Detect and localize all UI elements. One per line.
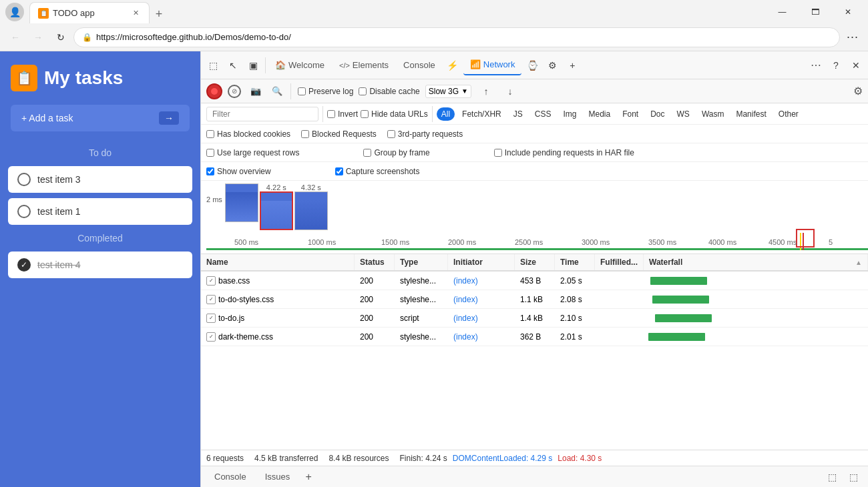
blocked-cookies-input[interactable] xyxy=(206,130,214,138)
third-party-input[interactable] xyxy=(387,130,395,138)
inspect-button[interactable]: ↖ xyxy=(224,56,242,75)
screenshot-thumb-1[interactable] xyxy=(225,183,258,222)
filter-type-font[interactable]: Font xyxy=(618,107,643,121)
performance-icon-btn[interactable]: ⌚ xyxy=(523,56,541,75)
screengrab-button[interactable]: ▣ xyxy=(244,56,262,75)
filter-type-all[interactable]: All xyxy=(437,107,455,121)
list-item[interactable]: test item 3 xyxy=(8,166,192,193)
devtools-more-button[interactable]: ⋯ xyxy=(807,59,825,71)
header-initiator[interactable]: Initiator xyxy=(448,254,515,270)
devtools-close-button[interactable]: ✕ xyxy=(847,56,865,75)
url-bar[interactable]: 🔒 https://microsoftedge.github.io/Demos/… xyxy=(73,27,840,47)
network-settings-icon[interactable]: ⚙ xyxy=(853,85,863,97)
include-pending-input[interactable] xyxy=(494,149,502,157)
close-button[interactable]: ✕ xyxy=(833,1,863,23)
minimize-button[interactable]: — xyxy=(767,1,797,23)
preserve-log-input[interactable] xyxy=(298,87,306,95)
filter-type-manifest[interactable]: Manifest xyxy=(731,107,771,121)
header-waterfall[interactable]: Waterfall ▲ xyxy=(644,254,868,270)
header-time[interactable]: Time xyxy=(555,254,595,270)
blocked-requests-input[interactable] xyxy=(301,130,309,138)
maximize-button[interactable]: 🗖 xyxy=(800,1,830,23)
screenshot-thumb-selected[interactable] xyxy=(260,191,293,230)
hide-data-urls-checkbox[interactable]: Hide data URLs xyxy=(361,109,428,119)
bottom-add-tab-button[interactable]: + xyxy=(300,469,316,485)
invert-checkbox[interactable]: Invert xyxy=(327,109,358,119)
more-tools-btn[interactable]: + xyxy=(563,56,582,75)
application-icon-btn[interactable]: ⚙ xyxy=(543,56,562,75)
third-party-checkbox[interactable]: 3rd-party requests xyxy=(387,129,463,139)
group-by-frame-input[interactable] xyxy=(363,149,371,157)
upload-icon[interactable]: ↑ xyxy=(477,82,495,101)
group-by-frame-checkbox[interactable]: Group by frame xyxy=(363,148,429,157)
throttle-select[interactable]: Slow 3G ▼ xyxy=(425,85,471,98)
table-row[interactable]: ✓ to-do-styles.css 200 styleshe... (inde… xyxy=(201,290,868,309)
record-button[interactable] xyxy=(206,83,222,99)
cell-initiator-1[interactable]: (index) xyxy=(448,272,515,290)
disable-cache-checkbox[interactable]: Disable cache xyxy=(359,87,419,96)
hide-data-urls-input[interactable] xyxy=(361,110,369,118)
header-type[interactable]: Type xyxy=(395,254,448,270)
list-item[interactable]: test item 1 xyxy=(8,198,192,225)
tab-console-bottom[interactable]: Console xyxy=(206,469,254,484)
include-pending-checkbox[interactable]: Include pending requests in HAR file xyxy=(494,148,634,157)
dock-button[interactable]: ⬚ xyxy=(844,468,863,486)
back-button[interactable]: ← xyxy=(5,27,25,47)
blocked-requests-checkbox[interactable]: Blocked Requests xyxy=(301,129,377,139)
filter-type-media[interactable]: Media xyxy=(584,107,615,121)
filter-type-fetch[interactable]: Fetch/XHR xyxy=(457,107,506,121)
forward-button[interactable]: → xyxy=(28,27,48,47)
table-row[interactable]: ✓ dark-theme.css 200 styleshe... (index)… xyxy=(201,328,868,346)
large-rows-input[interactable] xyxy=(206,149,214,157)
header-status[interactable]: Status xyxy=(355,254,395,270)
invert-input[interactable] xyxy=(327,110,335,118)
add-task-button[interactable]: + Add a task → xyxy=(11,105,190,131)
download-icon[interactable]: ↓ xyxy=(501,82,519,101)
preserve-log-checkbox[interactable]: Preserve log xyxy=(298,87,353,96)
header-fulfilled[interactable]: Fulfilled... xyxy=(595,254,644,270)
capture-screenshots-input[interactable] xyxy=(335,167,343,175)
search-icon[interactable]: 🔍 xyxy=(270,85,284,98)
profile-avatar[interactable]: 👤 xyxy=(5,3,24,21)
task-checkbox-1[interactable] xyxy=(17,173,31,186)
tab-network[interactable]: 📶 Network xyxy=(463,55,522,75)
browser-more-button[interactable]: ··· xyxy=(843,27,863,47)
task-checkbox-2[interactable] xyxy=(17,205,31,218)
filter-type-js[interactable]: JS xyxy=(509,107,527,121)
table-row[interactable]: ✓ to-do.js 200 script (index) 1.4 kB 2.1… xyxy=(201,309,868,328)
show-overview-input[interactable] xyxy=(206,167,214,175)
filter-type-doc[interactable]: Doc xyxy=(646,107,669,121)
active-tab[interactable]: 📋 TODO app ✕ xyxy=(29,2,150,23)
device-toggle-button[interactable]: ⬚ xyxy=(204,56,222,75)
tab-issues-bottom[interactable]: Issues xyxy=(257,469,298,484)
filter-type-css[interactable]: CSS xyxy=(530,107,556,121)
show-overview-checkbox[interactable]: Show overview xyxy=(206,167,271,176)
filter-type-other[interactable]: Other xyxy=(774,107,803,121)
header-name[interactable]: Name xyxy=(201,254,355,270)
tab-console[interactable]: Console xyxy=(397,55,442,75)
tab-elements[interactable]: </> Elements xyxy=(333,55,395,75)
capture-screenshots-checkbox[interactable]: Capture screenshots xyxy=(335,167,420,176)
blocked-cookies-checkbox[interactable]: Has blocked cookies xyxy=(206,129,290,139)
screenshot-thumb-2[interactable] xyxy=(294,191,328,230)
disable-cache-input[interactable] xyxy=(359,87,367,95)
cell-initiator-3[interactable]: (index) xyxy=(448,309,515,327)
pop-out-button[interactable]: ⬚ xyxy=(823,468,841,486)
cell-initiator-4[interactable]: (index) xyxy=(448,328,515,346)
devtools-help-button[interactable]: ? xyxy=(827,56,845,75)
header-size[interactable]: Size xyxy=(515,254,555,270)
refresh-button[interactable]: ↻ xyxy=(51,27,71,47)
filter-type-img[interactable]: Img xyxy=(558,107,581,121)
filter-input[interactable] xyxy=(206,107,318,121)
filter-type-wasm[interactable]: Wasm xyxy=(697,107,729,121)
large-rows-checkbox[interactable]: Use large request rows xyxy=(206,148,299,157)
new-tab-button[interactable]: + xyxy=(150,5,168,23)
tab-welcome[interactable]: 🏠 Welcome xyxy=(268,55,331,75)
task-checkbox-completed[interactable]: ✓ xyxy=(17,258,31,272)
filter-type-ws[interactable]: WS xyxy=(672,107,694,121)
tab-close-button[interactable]: ✕ xyxy=(130,8,141,19)
cell-initiator-2[interactable]: (index) xyxy=(448,290,515,308)
camera-button[interactable]: 📷 xyxy=(246,82,265,101)
sources-icon-btn[interactable]: ⚡ xyxy=(443,56,462,75)
list-item[interactable]: ✓ test item 4 xyxy=(8,252,192,278)
